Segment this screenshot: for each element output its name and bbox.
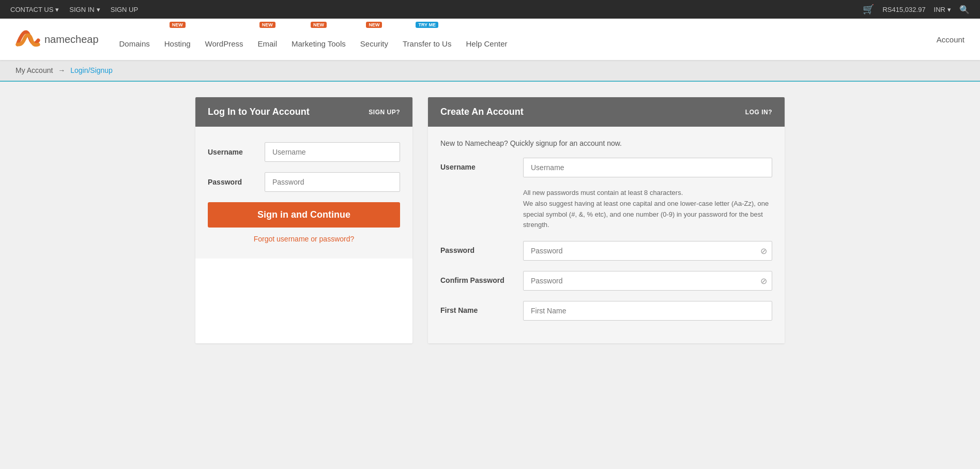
password-input[interactable] — [265, 172, 400, 192]
nav-account-label: Account — [937, 35, 964, 44]
username-row: Username — [208, 142, 400, 162]
breadcrumb-login[interactable]: Login/Signup — [70, 66, 113, 74]
nav-security-badge: NEW — [366, 22, 382, 28]
sign-up-label: SIGN UP — [111, 6, 138, 13]
nav-security-label: Security — [360, 39, 388, 48]
logo-text: namecheap — [44, 34, 99, 46]
nav-bar: namecheap Domains NEW Hosting WordPress … — [0, 19, 980, 60]
login-panel-title: Log In to Your Account — [208, 107, 310, 117]
signup-password-field: ⊘ — [523, 241, 772, 261]
username-input[interactable] — [265, 142, 400, 162]
signup-confirm-password-row: Confirm Password ⊘ — [440, 271, 772, 291]
nav-email-badge: NEW — [259, 22, 275, 28]
signup-panel-body: New to Namecheap? Quickly signup for an … — [428, 127, 785, 343]
sign-in-button[interactable]: Sign in and Continue — [208, 202, 400, 228]
signup-username-row: Username — [440, 158, 772, 177]
login-panel: Log In to Your Account SIGN UP? Username… — [195, 97, 412, 343]
signup-firstname-input[interactable] — [523, 301, 772, 321]
nav-marketing[interactable]: NEW Marketing Tools — [292, 31, 346, 48]
nav-domains[interactable]: Domains — [119, 31, 150, 48]
nav-security[interactable]: NEW Security — [360, 31, 388, 48]
nav-transfer-label: Transfer to Us — [403, 39, 451, 48]
signup-panel-header: Create An Account LOG IN? — [428, 97, 785, 127]
logo[interactable]: namecheap — [16, 30, 99, 49]
login-panel-body: Username Password Sign in and Continue F… — [195, 127, 412, 259]
signup-username-field — [523, 158, 772, 177]
sign-up-link[interactable]: SIGN UP — [111, 6, 138, 13]
signup-firstname-label: First Name — [440, 301, 523, 314]
search-icon[interactable]: 🔍 — [959, 5, 970, 14]
contact-us-label: CONTACT US — [10, 6, 53, 13]
nav-account[interactable]: Account — [937, 35, 964, 44]
nav-help-label: Help Center — [466, 39, 507, 48]
nav-hosting-label: Hosting — [164, 39, 191, 48]
password-label: Password — [208, 178, 265, 186]
nav-wordpress[interactable]: WordPress — [205, 31, 243, 48]
nav-email[interactable]: NEW Email — [258, 31, 278, 48]
nav-transfer[interactable]: TRY ME Transfer to Us — [403, 31, 451, 48]
nav-transfer-badge: TRY ME — [416, 22, 438, 28]
nav-marketing-label: Marketing Tools — [292, 39, 346, 48]
signup-link[interactable]: SIGN UP? — [369, 109, 400, 116]
breadcrumb-bar: My Account → Login/Signup — [0, 60, 980, 82]
login-panel-header: Log In to Your Account SIGN UP? — [195, 97, 412, 127]
password-hint: All new passwords must contain at least … — [523, 188, 772, 231]
signup-confirm-password-input[interactable] — [523, 271, 772, 291]
top-bar-right: 🛒 RS415,032.97 INR ▾ 🔍 — [863, 4, 970, 15]
cart-icon[interactable]: 🛒 — [863, 4, 874, 15]
nav-hosting-badge: NEW — [170, 22, 186, 28]
nav-email-label: Email — [258, 39, 278, 48]
breadcrumb-arrow: → — [58, 66, 65, 74]
signup-password-row: Password ⊘ — [440, 241, 772, 261]
top-bar-left: CONTACT US ▾ SIGN IN ▾ SIGN UP — [10, 6, 138, 13]
signup-password-label: Password — [440, 241, 523, 254]
signup-panel-title: Create An Account — [440, 107, 524, 117]
confirm-password-toggle-icon[interactable]: ⊘ — [760, 276, 767, 286]
currency-label: INR — [934, 6, 945, 13]
nav-wordpress-label: WordPress — [205, 39, 243, 48]
signup-password-input[interactable] — [523, 241, 772, 261]
balance: RS415,032.97 — [882, 6, 925, 13]
currency-chevron: ▾ — [947, 6, 951, 13]
currency-selector[interactable]: INR ▾ — [934, 6, 951, 13]
nav-domains-label: Domains — [119, 39, 150, 48]
signup-username-input[interactable] — [523, 158, 772, 177]
breadcrumb-myaccount: My Account — [16, 66, 53, 74]
main-content: Log In to Your Account SIGN UP? Username… — [180, 82, 800, 359]
sign-in-link[interactable]: SIGN IN ▾ — [69, 6, 100, 13]
password-row: Password — [208, 172, 400, 192]
nav-items: Domains NEW Hosting WordPress NEW Email … — [119, 31, 937, 48]
nav-marketing-badge: NEW — [311, 22, 327, 28]
username-label: Username — [208, 148, 265, 156]
top-bar: CONTACT US ▾ SIGN IN ▾ SIGN UP 🛒 RS415,0… — [0, 0, 980, 19]
login-link[interactable]: LOG IN? — [745, 109, 772, 116]
nav-help[interactable]: Help Center — [466, 31, 507, 48]
signup-firstname-row: First Name — [440, 301, 772, 321]
signup-description: New to Namecheap? Quickly signup for an … — [440, 139, 772, 147]
sign-in-chevron: ▾ — [97, 6, 100, 13]
sign-in-label: SIGN IN — [69, 6, 94, 13]
nav-hosting[interactable]: NEW Hosting — [164, 31, 191, 48]
signup-confirm-password-label: Confirm Password — [440, 271, 523, 284]
password-toggle-icon[interactable]: ⊘ — [760, 246, 767, 256]
signup-firstname-field — [523, 301, 772, 321]
page-wrapper: Log In to Your Account SIGN UP? Username… — [0, 82, 980, 469]
forgot-link[interactable]: Forgot username or password? — [208, 235, 400, 243]
signup-username-label: Username — [440, 158, 523, 171]
signup-panel: Create An Account LOG IN? New to Nameche… — [428, 97, 785, 343]
signup-confirm-password-field: ⊘ — [523, 271, 772, 291]
contact-us-link[interactable]: CONTACT US ▾ — [10, 6, 59, 13]
contact-us-chevron: ▾ — [55, 6, 59, 13]
